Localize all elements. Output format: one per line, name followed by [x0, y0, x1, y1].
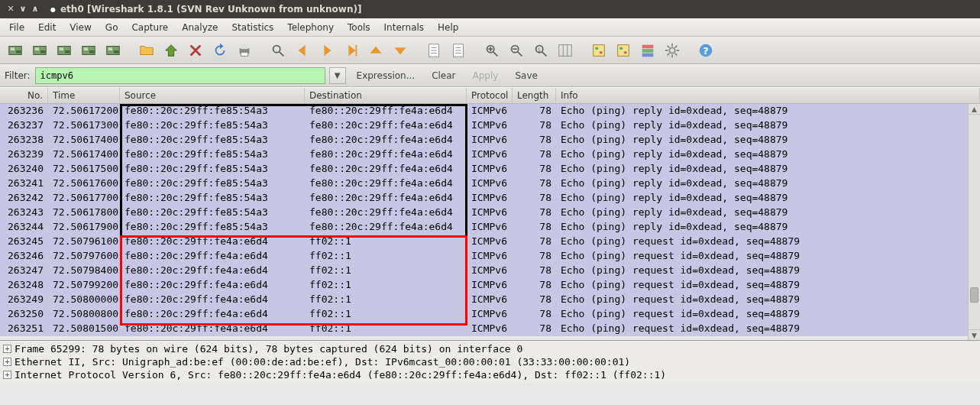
menu-capture[interactable]: Capture: [125, 20, 174, 35]
cell-source: fe80::20c:29ff:fe85:54a3: [120, 191, 305, 206]
cell-source: fe80::20c:29ff:fe85:54a3: [120, 162, 305, 177]
table-row[interactable]: 26323772.50617300fe80::20c:29ff:fe85:54a…: [0, 118, 980, 133]
window-minimize-icon[interactable]: ∨: [18, 5, 27, 14]
go-bottom-icon[interactable]: [390, 40, 411, 61]
menu-view[interactable]: View: [63, 20, 97, 35]
menu-tools[interactable]: Tools: [341, 20, 377, 35]
menu-edit[interactable]: Edit: [32, 20, 62, 35]
window-close-icon[interactable]: ✕: [6, 5, 15, 14]
table-row[interactable]: 26324372.50617800fe80::20c:29ff:fe85:54a…: [0, 206, 980, 220]
filter-clear-button[interactable]: Clear: [425, 70, 461, 81]
menu-go[interactable]: Go: [99, 20, 125, 35]
tree-row-ethernet[interactable]: + Ethernet II, Src: Unigraph_ad:be:ef (0…: [3, 355, 977, 368]
print-icon[interactable]: [234, 40, 255, 61]
table-row[interactable]: 26324572.50796100fe80::20c:29ff:fe4a:e6d…: [0, 235, 980, 249]
expand-icon[interactable]: +: [3, 371, 11, 379]
table-row[interactable]: 26324972.50800000fe80::20c:29ff:fe4a:e6d…: [0, 293, 980, 307]
table-row[interactable]: 26325072.50800800fe80::20c:29ff:fe4a:e6d…: [0, 307, 980, 322]
tree-row-frame[interactable]: + Frame 65299: 78 bytes on wire (624 bit…: [3, 342, 977, 355]
autoscroll-icon[interactable]: [448, 40, 469, 61]
table-row[interactable]: 26324772.50798400fe80::20c:29ff:fe4a:e6d…: [0, 264, 980, 278]
reload-icon[interactable]: [209, 40, 231, 61]
svg-text:?: ?: [703, 44, 708, 56]
display-filters-icon[interactable]: [613, 40, 634, 61]
cell-no: 263244: [0, 220, 48, 235]
window-maximize-icon[interactable]: ∧: [31, 5, 40, 14]
zoom-in-icon[interactable]: [481, 40, 503, 61]
save-icon[interactable]: [160, 40, 182, 61]
filter-dropdown-icon[interactable]: ▼: [329, 67, 346, 84]
capture-restart-icon[interactable]: [102, 40, 124, 61]
menu-internals[interactable]: Internals: [378, 20, 431, 35]
column-protocol[interactable]: Protocol: [467, 88, 513, 103]
capture-start-icon[interactable]: [53, 40, 75, 61]
cell-protocol: ICMPv6: [467, 220, 513, 235]
open-icon[interactable]: [136, 40, 157, 61]
colorize-icon[interactable]: [423, 40, 445, 61]
filter-input[interactable]: [35, 67, 325, 84]
svg-text:1: 1: [537, 46, 541, 53]
menu-analyze[interactable]: Analyze: [176, 20, 224, 35]
close-icon[interactable]: [185, 40, 206, 61]
capture-stop-icon[interactable]: [78, 40, 99, 61]
cell-info: Echo (ping) request id=0xdead, seq=48879: [556, 278, 980, 293]
column-source[interactable]: Source: [120, 88, 305, 103]
jump-icon[interactable]: [341, 40, 362, 61]
filter-apply-button[interactable]: Apply: [467, 70, 505, 81]
table-row[interactable]: 26323872.50617400fe80::20c:29ff:fe85:54a…: [0, 133, 980, 147]
back-icon[interactable]: [292, 40, 313, 61]
expand-icon[interactable]: +: [3, 345, 11, 353]
zoom-reset-icon[interactable]: 1: [530, 40, 551, 61]
cell-length: 78: [513, 293, 556, 307]
cell-destination: fe80::20c:29ff:fe4a:e6d4: [305, 133, 467, 147]
coloring-rules-icon[interactable]: [637, 40, 658, 61]
cell-length: 78: [513, 177, 556, 191]
find-icon[interactable]: [267, 40, 289, 61]
filter-expression-button[interactable]: Expression...: [351, 70, 422, 81]
column-info[interactable]: Info: [556, 88, 980, 103]
scroll-up-icon[interactable]: ▲: [969, 104, 980, 115]
vertical-scrollbar[interactable]: ▲ ▼: [968, 104, 980, 340]
table-row[interactable]: 26323972.50617400fe80::20c:29ff:fe85:54a…: [0, 147, 980, 162]
column-length[interactable]: Length: [513, 88, 556, 103]
table-row[interactable]: 26324872.50799200fe80::20c:29ff:fe4a:e6d…: [0, 278, 980, 293]
table-row[interactable]: 26324172.50617600fe80::20c:29ff:fe85:54a…: [0, 177, 980, 191]
capture-options-icon[interactable]: [29, 40, 50, 61]
menu-telephony[interactable]: Telephony: [281, 20, 340, 35]
table-row[interactable]: 26325172.50801500fe80::20c:29ff:fe4a:e6d…: [0, 322, 980, 336]
cell-time: 72.50798400: [48, 264, 120, 278]
menu-help[interactable]: Help: [432, 20, 464, 35]
tree-text: Ethernet II, Src: Unigraph_ad:be:ef (00:…: [15, 356, 630, 368]
menu-statistics[interactable]: Statistics: [225, 20, 280, 35]
cell-time: 72.50800000: [48, 293, 120, 307]
go-top-icon[interactable]: [365, 40, 387, 61]
cell-info: Echo (ping) request id=0xdead, seq=48879: [556, 264, 980, 278]
packet-list[interactable]: 26323672.50617200fe80::20c:29ff:fe85:54a…: [0, 104, 980, 340]
cell-destination: fe80::20c:29ff:fe4a:e6d4: [305, 220, 467, 235]
filter-save-button[interactable]: Save: [509, 70, 543, 81]
table-row[interactable]: 26323672.50617200fe80::20c:29ff:fe85:54a…: [0, 104, 980, 118]
expand-icon[interactable]: +: [3, 358, 11, 366]
zoom-out-icon[interactable]: [506, 40, 527, 61]
cell-length: 78: [513, 278, 556, 293]
column-no[interactable]: No.: [0, 88, 48, 103]
resize-columns-icon[interactable]: [555, 40, 576, 61]
capture-interfaces-icon[interactable]: [5, 40, 26, 61]
table-row[interactable]: 26324472.50617900fe80::20c:29ff:fe85:54a…: [0, 220, 980, 235]
table-row[interactable]: 26324272.50617700fe80::20c:29ff:fe85:54a…: [0, 191, 980, 206]
column-time[interactable]: Time: [48, 88, 120, 103]
forward-icon[interactable]: [316, 40, 338, 61]
table-row[interactable]: 26324072.50617500fe80::20c:29ff:fe85:54a…: [0, 162, 980, 177]
menu-file[interactable]: File: [3, 20, 31, 35]
preferences-icon[interactable]: [661, 40, 683, 61]
help-icon[interactable]: ?: [695, 40, 716, 61]
svg-rect-7: [60, 47, 64, 50]
capture-filters-icon[interactable]: [588, 40, 610, 61]
packet-details-pane[interactable]: + Frame 65299: 78 bytes on wire (624 bit…: [0, 340, 980, 383]
tree-row-ipv6[interactable]: + Internet Protocol Version 6, Src: fe80…: [3, 368, 977, 381]
table-row[interactable]: 26324672.50797600fe80::20c:29ff:fe4a:e6d…: [0, 249, 980, 264]
svg-rect-11: [89, 50, 94, 53]
scrollbar-thumb[interactable]: [970, 287, 978, 303]
scroll-down-icon[interactable]: ▼: [969, 329, 980, 340]
column-destination[interactable]: Destination: [305, 88, 467, 103]
